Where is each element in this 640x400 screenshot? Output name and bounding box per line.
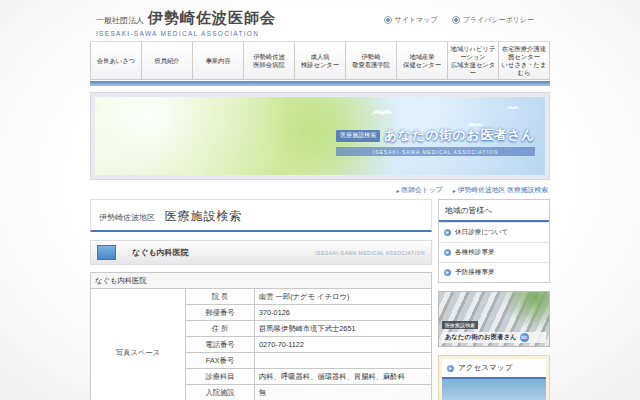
director-value: 南雲 一郎(ナグモ イチロウ) <box>255 289 432 305</box>
director-label: 院 長 <box>186 289 255 305</box>
hero-frame: 医療施設検索 あなたの街のお医者さん ISESAKI-SAWA MEDICAL … <box>90 92 550 180</box>
access-map-box: ▸ アクセスマップ <box>438 355 550 400</box>
hero-overlay: 医療施設検索 あなたの街のお医者さん ISESAKI-SAWA MEDICAL … <box>336 127 535 156</box>
sidebar: 地域の皆様へ ▸ 休日診療について ▸ 各種検診事業 ▸ 予防接種事業 医療施設… <box>438 199 550 400</box>
nav-item-business[interactable]: 事業内容 <box>192 42 243 79</box>
facility-detail-table: なぐも内科医院 写真スペース 院 長 南雲 一郎(ナグモ イチロウ) 郵便番号 … <box>90 272 432 400</box>
nav-item-hospital[interactable]: 伊勢崎佐波医師会病院 <box>243 42 294 79</box>
facility-table-title: なぐも内科医院 <box>91 273 432 289</box>
org-name: 伊勢崎佐波医師会 <box>148 9 276 28</box>
sidebar-item-label: 休日診療について <box>455 228 508 237</box>
nav-item-home-care[interactable]: 在宅医療介護連携センターいせさき・たまむら <box>498 42 550 79</box>
privacy-policy-link-label: プライバシーポリシー <box>463 15 534 25</box>
breadcrumb-arrow-icon: ▸ <box>453 187 456 194</box>
breadcrumb-home[interactable]: ▸ 医師会トップ <box>396 185 442 195</box>
sidebar-item-label: 各種検診事業 <box>455 248 495 257</box>
content-columns: 伊勢崎佐波地区 医療施設検索 なぐも内科医院 ISESAKI-SAWA MEDI… <box>90 199 550 400</box>
facility-section-header: なぐも内科医院 ISESAKI-SAWA MEDICAL ASSOCIATION <box>90 240 432 265</box>
photo-space-cell: 写真スペース <box>91 289 186 400</box>
fax-label: FAX番号 <box>186 353 255 369</box>
chevron-circle-icon: ▸ <box>444 229 451 236</box>
hero-search-badge: 医療施設検索 <box>336 130 380 142</box>
dove-icon <box>369 105 395 119</box>
region-links-box: 地域の皆様へ ▸ 休日診療について ▸ 各種検診事業 ▸ 予防接種事業 <box>438 199 550 283</box>
nav-item-officers[interactable]: 役員紹介 <box>141 42 192 79</box>
inpatient-label: 入院施設 <box>186 385 255 400</box>
table-row: 写真スペース 院 長 南雲 一郎(ナグモ イチロウ) <box>91 289 432 305</box>
privacy-policy-link[interactable]: プライバシーポリシー <box>452 15 534 25</box>
chevron-circle-icon: ▸ <box>444 249 451 256</box>
header-utility-links: サイトマップ プライバシーポリシー <box>384 15 534 25</box>
nav-item-screening-center[interactable]: 成人病検診センター <box>294 42 345 79</box>
sidebar-item-holiday-care[interactable]: ▸ 休日診療について <box>439 222 549 242</box>
page-title: 伊勢崎佐波地区 医療施設検索 <box>90 199 432 232</box>
breadcrumb-current[interactable]: ▸ 伊勢崎佐波地区 医療施設検索 <box>453 185 548 195</box>
nav-item-nursing-school[interactable]: 伊勢崎敬愛看護学院 <box>345 42 396 79</box>
page-container: 一般社団法人 伊勢崎佐波医師会 ISESAKI-SAWA MEDICAL ASS… <box>90 0 550 400</box>
access-map-photo[interactable] <box>442 379 546 400</box>
org-name-en: ISESAKI-SAWA MEDICAL ASSOCIATION <box>96 30 276 37</box>
address-value: 群馬県伊勢崎市境下武士2651 <box>255 321 432 337</box>
hero-subtitle: ISESAKI-SAWA MEDICAL ASSOCIATION <box>336 147 535 156</box>
departments-label: 診療科目 <box>186 369 255 385</box>
hero-image: 医療施設検索 あなたの街のお医者さん ISESAKI-SAWA MEDICAL … <box>95 97 545 175</box>
org-type-label: 一般社団法人 <box>96 15 144 28</box>
table-row: なぐも内科医院 <box>91 273 432 289</box>
bullet-circle-icon <box>384 16 392 24</box>
postal-code-value: 370-0126 <box>255 305 432 321</box>
section-english-label: ISESAKI-SAWA MEDICAL ASSOCIATION <box>315 250 425 256</box>
sidebar-item-label: 予防接種事業 <box>455 268 495 277</box>
access-map-title: アクセスマップ <box>458 363 512 373</box>
fax-value <box>255 353 432 369</box>
banner-overlay: 医療施設検索 あなたの街のお医者さん GO <box>442 313 546 343</box>
breadcrumb: ▸ 医師会トップ ▸ 伊勢崎佐波地区 医療施設検索 <box>90 180 550 199</box>
hero-title: あなたの街のお医者さん <box>384 127 535 144</box>
phone-label: 電話番号 <box>186 337 255 353</box>
facility-name-heading: なぐも内科医院 <box>132 247 315 258</box>
region-box-title: 地域の皆様へ <box>439 200 549 222</box>
inpatient-value: 無 <box>255 385 432 400</box>
site-header: 一般社団法人 伊勢崎佐波医師会 ISESAKI-SAWA MEDICAL ASS… <box>90 0 550 41</box>
sidebar-item-screenings[interactable]: ▸ 各種検診事業 <box>439 242 549 262</box>
access-map-header: ▸ アクセスマップ <box>442 359 546 379</box>
nav-item-industrial-health[interactable]: 地域産業保健センター <box>396 42 447 79</box>
chevron-circle-icon: ▸ <box>444 269 451 276</box>
sitemap-link[interactable]: サイトマップ <box>384 15 438 25</box>
sidebar-item-vaccination[interactable]: ▸ 予防接種事業 <box>439 262 549 282</box>
section-square-icon <box>97 245 116 260</box>
chevron-circle-icon: ▸ <box>447 365 454 372</box>
breadcrumb-current-label: 伊勢崎佐波地区 医療施設検索 <box>458 185 548 195</box>
departments-value: 内科、呼吸器科、循環器科、胃腸科、麻酔科 <box>255 369 432 385</box>
banner-badge: 医療施設検索 <box>442 321 478 329</box>
breadcrumb-arrow-icon: ▸ <box>396 187 399 194</box>
main-column: 伊勢崎佐波地区 医療施設検索 なぐも内科医院 ISESAKI-SAWA MEDI… <box>90 199 432 400</box>
breadcrumb-home-label: 医師会トップ <box>401 185 442 195</box>
nav-accent-band <box>90 81 550 86</box>
address-label: 住 所 <box>186 321 255 337</box>
page-title-area: 伊勢崎佐波地区 <box>99 213 155 222</box>
nav-item-rehabilitation[interactable]: 地域リハビリテーション広域支援センター <box>447 42 498 79</box>
site-logo[interactable]: 一般社団法人 伊勢崎佐波医師会 ISESAKI-SAWA MEDICAL ASS… <box>96 9 276 37</box>
page-title-main: 医療施設検索 <box>164 209 242 223</box>
sitemap-link-label: サイトマップ <box>395 15 438 25</box>
bullet-circle-icon <box>452 16 460 24</box>
banner-title: あなたの街のお医者さん <box>445 333 517 342</box>
nav-item-greeting[interactable]: 会長あいさつ <box>90 42 141 79</box>
global-nav: 会長あいさつ 役員紹介 事業内容 伊勢崎佐波医師会病院 成人病検診センター 伊勢… <box>90 41 550 80</box>
facility-search-banner[interactable]: 医療施設検索 あなたの街のお医者さん GO <box>438 291 550 347</box>
phone-value: 0270-70-1122 <box>255 337 432 353</box>
postal-code-label: 郵便番号 <box>186 305 255 321</box>
dove-icon <box>505 103 521 112</box>
go-button[interactable]: GO <box>520 333 529 342</box>
